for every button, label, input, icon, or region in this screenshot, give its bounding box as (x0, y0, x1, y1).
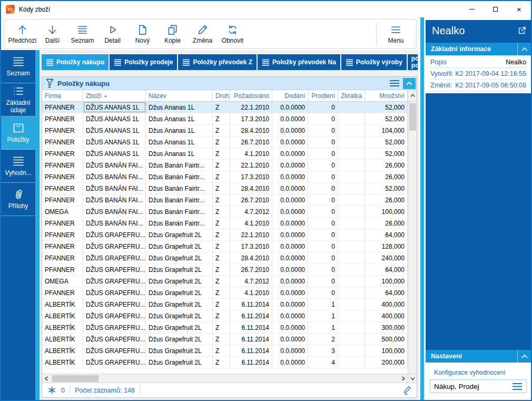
table-cell (338, 276, 365, 287)
table-cell: 100,000 (365, 206, 408, 217)
sidebar-item-zakladni-udaje[interactable]: Základní údaje (1, 83, 35, 116)
table-row[interactable]: PFANNERDŽUS ANANAS 1LDžus Ananas 1LZ26.7… (42, 136, 408, 148)
chevron-up-icon (521, 354, 528, 358)
column-header[interactable]: Druh (213, 90, 230, 101)
table-row[interactable]: PFANNERDŽUS ANANAS 1LDžus Ananas 1LZ28.4… (42, 125, 408, 136)
column-header[interactable]: Zkratka (338, 90, 365, 101)
table-cell: 0.0.0000 (272, 206, 308, 217)
table-cell: Z (213, 310, 230, 321)
column-header[interactable]: Zboží▲ (83, 90, 146, 101)
table-row[interactable]: PFANNERDŽUS BANÁN FAI...Džus Banán Fairt… (42, 183, 408, 194)
table-row[interactable]: PFANNERDŽUS BANÁN FAI...Džus Banán Fairt… (42, 218, 408, 229)
table-row[interactable]: ALBERTÍKDŽUS GRAPEFRU...Džus Grapefruit … (42, 345, 408, 357)
popout-button[interactable] (518, 26, 526, 37)
scroll-down-button[interactable] (408, 374, 417, 383)
tab-polozky-vyroby[interactable]: Položky výroby (341, 54, 407, 70)
grid-menu-icon[interactable] (389, 80, 400, 87)
copy-button[interactable]: Kopie (157, 21, 188, 48)
sidebar-item-label: Vyhodn... (5, 170, 31, 177)
table-row[interactable]: PFANNERDŽUS ANANAS 1LDžus Ananas 1LZ22.1… (42, 102, 408, 113)
collapse-section-button[interactable] (517, 350, 531, 363)
table-row[interactable]: ALBERTÍKDŽUS GRAPEFRU...Džus Grapefruit … (42, 334, 408, 345)
scroll-left-button[interactable] (42, 374, 51, 383)
configuration-select[interactable]: Nákup, Prodej (430, 379, 527, 393)
sidebar-item-prilohy[interactable]: Přílohy (1, 183, 35, 216)
table-cell: 4.1.2010 (230, 148, 272, 159)
table-row[interactable]: PFANNERDŽUS GRAPEFRU...Džus Grapefruit 2… (42, 264, 408, 276)
section-nastaveni[interactable]: Nastavení (426, 350, 531, 363)
collapse-panel-button[interactable] (403, 78, 416, 89)
table-row[interactable]: ALBERTÍKDŽUS GRAPEFRU...Džus Grapefruit … (42, 299, 408, 310)
table-cell: 0.0.0000 (272, 194, 308, 206)
column-header[interactable]: Prodlení (308, 90, 338, 101)
scroll-up-button[interactable] (408, 90, 417, 101)
column-header[interactable]: Požadováno (230, 90, 272, 101)
horizontal-scrollbar-track[interactable] (51, 374, 399, 383)
table-cell: 4.7.2012 (230, 276, 272, 287)
table-row[interactable]: OMEGADŽUS GRAPEFRU...Džus Grapefruit 2LZ… (42, 276, 408, 287)
table-cell: 26.7.2010 (230, 194, 272, 206)
edit-mode-icon[interactable] (403, 386, 411, 395)
vertical-scrollbar-thumb[interactable] (409, 103, 416, 131)
column-header[interactable]: Firma (42, 90, 83, 101)
table-row[interactable]: PFANNERDŽUS BANÁN FAI...Džus Banán Fairt… (42, 160, 408, 171)
column-header[interactable]: Název (146, 90, 213, 101)
table-cell: 28.4.2010 (230, 125, 272, 136)
vertical-scrollbar[interactable] (408, 102, 417, 374)
horizontal-scrollbar[interactable] (42, 374, 417, 383)
close-button[interactable]: × (507, 1, 531, 17)
tab-polozky-prodeje[interactable]: Položky prodeje (110, 54, 177, 70)
collapse-section-button[interactable] (517, 43, 531, 55)
scroll-right-button[interactable] (399, 374, 408, 383)
table-cell (338, 171, 365, 182)
status-separator (70, 386, 70, 395)
detail-button[interactable]: Detail (97, 21, 127, 48)
table-row[interactable]: PFANNERDŽUS ANANAS 1LDžus Ananas 1LZ4.1.… (42, 148, 408, 160)
tab-polozky-prevodek-z[interactable]: Položky převodek Z (178, 54, 257, 70)
table-cell: DŽUS BANÁN FAI... (83, 183, 146, 194)
tab-polozky-po[interactable]: položky po (408, 54, 418, 70)
sidebar-item-vyhodnoceni[interactable]: Vyhodn... (1, 150, 35, 183)
table-row[interactable]: PFANNERDŽUS ANANAS 1LDžus Ananas 1LZ17.3… (42, 113, 408, 125)
minimize-button[interactable] (460, 1, 484, 17)
tab-polozky-prevodek-na[interactable]: Položky převodek Na (258, 54, 340, 70)
horizontal-scrollbar-thumb[interactable] (52, 375, 98, 382)
status-separator (140, 386, 140, 395)
table-row[interactable]: PFANNERDŽUS BANÁN FAI...Džus Banán Fairt… (42, 171, 408, 183)
table-row[interactable]: OMEGADŽUS BANÁN FAI...Džus Banán Fairtr.… (42, 206, 408, 218)
table-row[interactable]: ALBERTÍKDŽUS GRAPEFRU...Džus Grapefruit … (42, 357, 408, 368)
new-button[interactable]: Nový (127, 21, 157, 48)
table-cell (338, 113, 365, 124)
info-row-popis: Popis Nealko (430, 56, 526, 68)
maximize-button[interactable] (484, 1, 507, 17)
table-cell: 0 (308, 276, 338, 287)
sidebar-item-seznam[interactable]: Seznam (1, 50, 35, 83)
next-button[interactable]: Další (37, 21, 67, 48)
section-zakladni-informace[interactable]: Základní informace (426, 43, 531, 55)
table-cell: PFANNER (42, 171, 83, 182)
list-button[interactable]: Seznam (67, 21, 97, 48)
table-cell: 26.7.2010 (230, 136, 272, 148)
table-row[interactable]: PFANNERDŽUS GRAPEFRU...Džus Grapefruit 2… (42, 229, 408, 241)
window-title: Kódy zboží (19, 6, 50, 13)
column-header[interactable]: Množství (365, 90, 408, 101)
info-row-vytvoril: Vytvořil: K2 2017-09-04 12:16:55 (430, 68, 526, 80)
table-row[interactable]: PFANNERDŽUS BANÁN FAI...Džus Banán Fairt… (42, 194, 408, 206)
column-header[interactable]: Dodání (272, 90, 308, 101)
table-row[interactable]: ALBERTÍKDŽUS GRAPEFRU...Džus Grapefruit … (42, 310, 408, 322)
table-row[interactable]: ALBERTÍKDŽUS GRAPEFRU...Džus Grapefruit … (42, 322, 408, 334)
table-cell: 0.0.0000 (272, 241, 308, 252)
previous-button[interactable]: Předchozí (7, 21, 37, 48)
menu-button[interactable]: Menu (381, 21, 411, 48)
edit-button[interactable]: Změna (188, 21, 218, 48)
filter-icon[interactable] (46, 79, 54, 88)
table-cell: ALBERTÍK (42, 310, 83, 321)
refresh-button[interactable]: Obnovit (218, 21, 248, 48)
table-row[interactable]: PFANNERDŽUS GRAPEFRU...Džus Grapefruit 2… (42, 252, 408, 264)
sidebar-item-polozky[interactable]: Položky (1, 116, 35, 150)
table-row[interactable]: PFANNERDŽUS GRAPEFRU...Džus Grapefruit 2… (42, 241, 408, 252)
table-row[interactable]: PFANNERDŽUS GRAPEFRU...Džus Grapefruit 2… (42, 287, 408, 299)
record-count: Počet záznamů: 148 (75, 387, 135, 394)
table-cell: 6.11.2014 (230, 322, 272, 333)
tab-polozky-nakupu[interactable]: Položky nákupu (42, 54, 109, 70)
